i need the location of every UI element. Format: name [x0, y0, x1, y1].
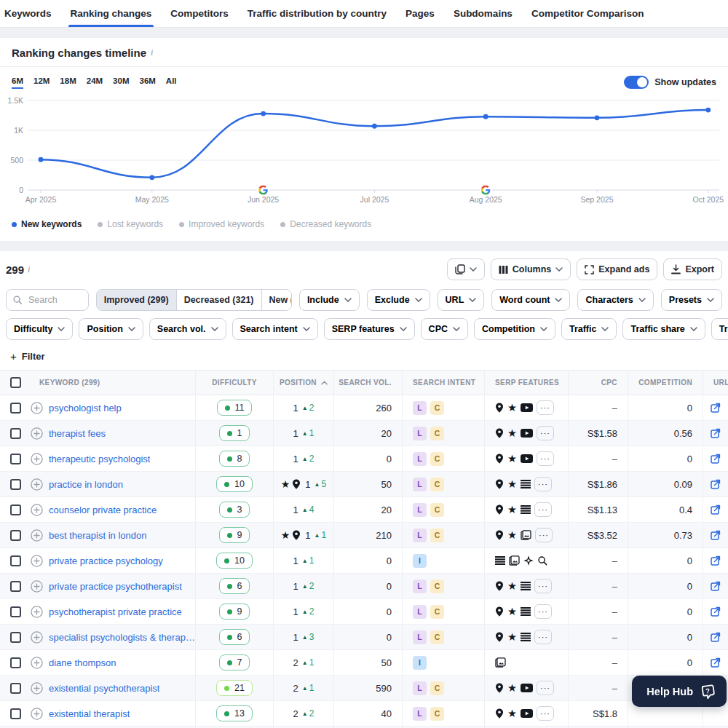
intent-badge-c[interactable]: C [430, 579, 444, 593]
intent-badge-l[interactable]: L [413, 681, 427, 695]
more-serp-features-button[interactable]: ··· [537, 426, 554, 440]
filter-word-count-dropdown[interactable]: Word count [491, 289, 570, 311]
legend-new-keywords[interactable]: New keywords [12, 219, 82, 229]
plus-circle-icon[interactable] [31, 606, 43, 618]
keyword-link[interactable]: existential psychotherapist [49, 683, 159, 694]
plus-circle-icon[interactable] [31, 631, 43, 644]
copy-button[interactable] [447, 258, 485, 280]
intent-badge-c[interactable]: C [430, 478, 444, 491]
column-header-label[interactable]: POSITION [280, 379, 317, 387]
show-updates-toggle[interactable] [624, 76, 649, 89]
more-serp-features-button[interactable]: ··· [534, 604, 552, 619]
external-link-icon[interactable] [711, 555, 721, 566]
plus-circle-icon[interactable] [31, 580, 43, 593]
filter-url-dropdown[interactable]: URL [438, 289, 485, 311]
plus-circle-icon[interactable] [31, 529, 43, 542]
nav-tab-traffic-distribution-by-country[interactable]: Traffic distribution by country [238, 0, 396, 27]
expand-ads-button[interactable]: Expand ads [577, 258, 657, 280]
range-12m[interactable]: 12M [33, 76, 50, 89]
plus-circle-icon[interactable] [31, 427, 43, 440]
plus-circle-icon[interactable] [31, 657, 43, 669]
sort-asc-icon[interactable] [317, 379, 328, 387]
more-serp-features-button[interactable]: ··· [534, 630, 552, 644]
presets-button[interactable]: Presets [661, 289, 722, 311]
range-6m[interactable]: 6M [12, 76, 23, 89]
intent-badge-c[interactable]: C [430, 605, 444, 619]
intent-badge-l[interactable]: L [413, 401, 427, 415]
filter-traffic-dropdown[interactable]: Traffic [561, 318, 617, 340]
filter-difficulty-dropdown[interactable]: Difficulty [6, 318, 73, 340]
external-link-icon[interactable] [711, 505, 721, 515]
keyword-link[interactable]: specialist psychologists & therapists [49, 632, 195, 643]
column-header-label[interactable]: SERP FEATURES [495, 379, 559, 387]
filter-position-dropdown[interactable]: Position [79, 318, 143, 340]
legend-improved-keywords[interactable]: Improved keywords [179, 219, 264, 229]
nav-tab-ranking-changes[interactable]: Ranking changes [61, 0, 162, 27]
add-filter-button[interactable]: + Filter [0, 344, 51, 370]
more-serp-features-button[interactable]: ··· [537, 681, 554, 695]
filter-new-1-3k-button[interactable]: New (1.3K) [261, 290, 292, 310]
nav-tab-competitors[interactable]: Competitors [161, 0, 238, 27]
nav-tab-keywords[interactable]: Keywords [0, 0, 61, 27]
row-checkbox[interactable] [10, 708, 21, 719]
keyword-link[interactable]: psychotherapist private practice [49, 606, 182, 617]
filter-exclude-dropdown[interactable]: Exclude [367, 289, 430, 311]
intent-badge-c[interactable]: C [430, 707, 444, 721]
more-serp-features-button[interactable]: ··· [535, 528, 553, 542]
column-header-label[interactable]: CPC [601, 379, 617, 387]
filter-search-vol-dropdown[interactable]: Search vol. [149, 318, 226, 340]
range-all[interactable]: All [166, 76, 177, 89]
search-input[interactable] [27, 294, 82, 306]
external-link-icon[interactable] [711, 530, 721, 540]
intent-badge-c[interactable]: C [430, 503, 444, 517]
more-serp-features-button[interactable]: ··· [534, 579, 552, 593]
keyword-link[interactable]: diane thompson [49, 657, 116, 668]
columns-button[interactable]: Columns [491, 258, 571, 280]
info-icon[interactable]: i [28, 264, 30, 275]
external-link-icon[interactable] [711, 428, 721, 438]
row-checkbox[interactable] [10, 555, 21, 566]
external-link-icon[interactable] [711, 606, 721, 617]
select-all-checkbox[interactable] [10, 377, 21, 388]
more-serp-features-button[interactable]: ··· [537, 400, 554, 415]
filter-decreased-321-button[interactable]: Decreased (321) [176, 290, 261, 310]
plus-circle-icon[interactable] [31, 708, 43, 720]
row-checkbox[interactable] [10, 632, 21, 643]
keyword-link[interactable]: private practice psychotherapist [49, 581, 182, 592]
nav-tab-subdomains[interactable]: Subdomains [444, 0, 522, 27]
more-serp-features-button[interactable]: ··· [534, 502, 552, 517]
nav-tab-competitor-comparison[interactable]: Competitor Comparison [522, 0, 654, 27]
legend-decreased-keywords[interactable]: Decreased keywords [280, 219, 371, 229]
intent-badge-l[interactable]: L [413, 630, 427, 644]
keyword-link[interactable]: practice in london [49, 479, 123, 490]
keyword-link[interactable]: therapist fees [49, 428, 106, 439]
filter-characters-dropdown[interactable]: Characters [577, 289, 653, 311]
row-checkbox[interactable] [10, 479, 21, 490]
intent-badge-c[interactable]: C [430, 529, 444, 542]
external-link-icon[interactable] [711, 581, 721, 591]
more-serp-features-button[interactable]: ··· [537, 451, 554, 466]
export-button[interactable]: Export [663, 258, 722, 280]
plus-circle-icon[interactable] [31, 402, 43, 414]
intent-badge-c[interactable]: C [430, 630, 444, 644]
column-header-label[interactable]: KEYWORD (299) [39, 379, 100, 387]
intent-badge-l[interactable]: L [413, 478, 427, 491]
row-checkbox[interactable] [10, 428, 21, 439]
more-serp-features-button[interactable]: ··· [534, 477, 552, 491]
intent-badge-i[interactable]: I [413, 656, 427, 670]
help-hub-button[interactable]: Help Hub ? [632, 676, 727, 707]
column-header-label[interactable]: URL [713, 379, 728, 387]
keyword-link[interactable]: counselor private practice [49, 505, 157, 515]
intent-badge-c[interactable]: C [430, 452, 444, 466]
intent-badge-c[interactable]: C [430, 427, 444, 440]
intent-badge-l[interactable]: L [413, 529, 427, 542]
intent-badge-l[interactable]: L [413, 427, 427, 440]
intent-badge-c[interactable]: C [430, 401, 444, 415]
range-30m[interactable]: 30M [113, 76, 129, 89]
row-checkbox[interactable] [10, 606, 21, 617]
intent-badge-c[interactable]: C [430, 681, 444, 695]
row-checkbox[interactable] [10, 530, 21, 541]
legend-lost-keywords[interactable]: Lost keywords [98, 219, 163, 229]
row-checkbox[interactable] [10, 403, 21, 414]
keyword-link[interactable]: best therapist in london [49, 530, 146, 541]
